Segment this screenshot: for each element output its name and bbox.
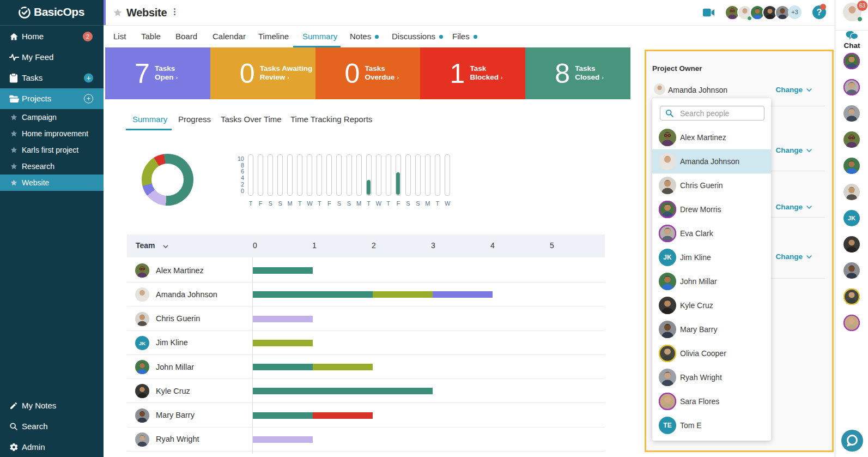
svg-text:TE: TE bbox=[663, 422, 671, 429]
svg-text:JK: JK bbox=[139, 340, 145, 346]
svg-text:JK: JK bbox=[663, 254, 672, 261]
svg-text:JK: JK bbox=[848, 215, 856, 221]
